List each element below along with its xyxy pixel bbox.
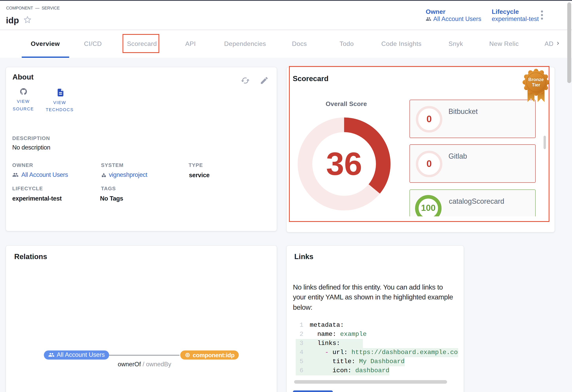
svg-text:Bronze: Bronze [528, 77, 544, 82]
svg-text:Tier: Tier [532, 82, 540, 87]
